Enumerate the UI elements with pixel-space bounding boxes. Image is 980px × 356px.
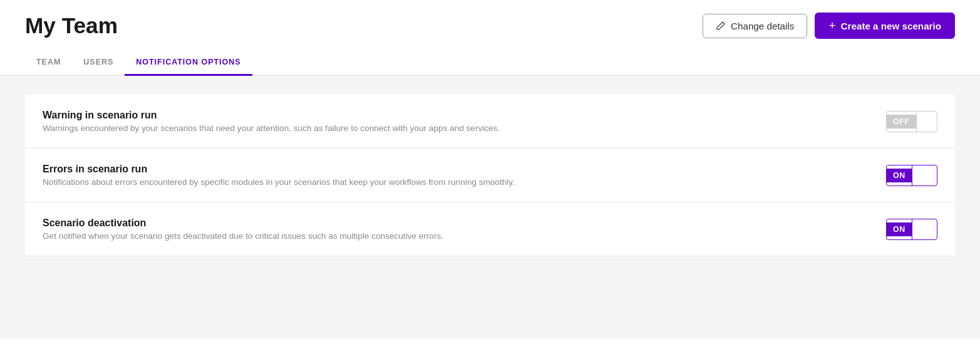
toggle-warning-label: OFF [887, 115, 916, 128]
toggle-errors-label: ON [887, 169, 912, 182]
change-details-button[interactable]: Change details [703, 14, 807, 38]
toggle-warning[interactable]: OFF [886, 111, 937, 132]
notification-warning-scenario-run: Warning in scenario run Warnings encount… [25, 95, 955, 149]
toggle-deactivation-label: ON [887, 223, 912, 236]
tab-users[interactable]: USERS [72, 50, 125, 76]
edit-icon [716, 21, 726, 31]
toggle-deactivation[interactable]: ON [886, 219, 937, 240]
content-area: Warning in scenario run Warnings encount… [0, 76, 980, 339]
header-actions: Change details + Create a new scenario [703, 13, 955, 39]
toggle-errors-thumb [912, 165, 931, 186]
tab-bar: TEAM USERS NOTIFICATION OPTIONS [0, 50, 980, 76]
notification-scenario-deactivation: Scenario deactivation Get notified when … [25, 202, 955, 256]
notification-title-deactivation: Scenario deactivation [43, 217, 886, 229]
notification-errors-scenario-run: Errors in scenario run Notifications abo… [25, 149, 955, 202]
notification-title-warning: Warning in scenario run [43, 110, 886, 121]
toggle-errors[interactable]: ON [886, 165, 937, 186]
create-scenario-button[interactable]: + Create a new scenario [815, 13, 955, 39]
notification-title-errors: Errors in scenario run [43, 164, 886, 175]
toggle-deactivation-thumb [912, 219, 931, 239]
plus-icon: + [828, 19, 835, 33]
tab-team[interactable]: TEAM [25, 50, 72, 76]
page-header: My Team Change details + Create a new sc… [0, 0, 980, 39]
tab-notification-options[interactable]: NOTIFICATION OPTIONS [125, 50, 252, 76]
notification-desc-warning: Warnings encountered by your scenarios t… [43, 123, 886, 133]
page-title: My Team [25, 13, 118, 38]
notification-desc-errors: Notifications about errors encountered b… [43, 177, 886, 187]
page-wrapper: My Team Change details + Create a new sc… [0, 0, 980, 356]
toggle-warning-thumb [916, 112, 935, 132]
notification-desc-deactivation: Get notified when your scenario gets dea… [43, 231, 886, 241]
